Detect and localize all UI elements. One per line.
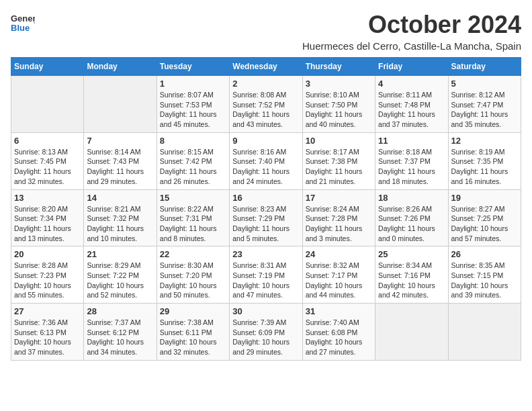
day-info: Sunrise: 8:27 AM Sunset: 7:25 PM Dayligh… bbox=[451, 204, 518, 244]
day-number: 9 bbox=[232, 136, 299, 146]
calendar-cell: 28Sunrise: 7:37 AM Sunset: 6:12 PM Dayli… bbox=[84, 304, 157, 361]
calendar-cell: 31Sunrise: 7:40 AM Sunset: 6:08 PM Dayli… bbox=[302, 304, 375, 361]
day-info: Sunrise: 8:26 AM Sunset: 7:26 PM Dayligh… bbox=[378, 204, 445, 244]
day-number: 4 bbox=[378, 79, 445, 89]
calendar-cell bbox=[375, 304, 448, 361]
calendar-cell: 5Sunrise: 8:12 AM Sunset: 7:47 PM Daylig… bbox=[448, 76, 521, 133]
day-number: 21 bbox=[87, 249, 153, 259]
day-number: 30 bbox=[232, 306, 299, 316]
weekday-header-cell: Friday bbox=[375, 58, 448, 76]
weekday-header-cell: Saturday bbox=[448, 58, 521, 76]
day-info: Sunrise: 8:35 AM Sunset: 7:15 PM Dayligh… bbox=[451, 261, 518, 300]
day-number: 2 bbox=[232, 79, 299, 89]
calendar-cell: 6Sunrise: 8:13 AM Sunset: 7:45 PM Daylig… bbox=[11, 132, 84, 189]
weekday-header-cell: Monday bbox=[84, 58, 157, 76]
day-number: 8 bbox=[160, 136, 226, 146]
calendar-cell: 19Sunrise: 8:27 AM Sunset: 7:25 PM Dayli… bbox=[448, 189, 521, 246]
day-info: Sunrise: 8:20 AM Sunset: 7:34 PM Dayligh… bbox=[14, 204, 81, 244]
calendar-week-row: 27Sunrise: 7:36 AM Sunset: 6:13 PM Dayli… bbox=[11, 304, 521, 361]
day-number: 1 bbox=[160, 79, 226, 89]
day-info: Sunrise: 8:17 AM Sunset: 7:38 PM Dayligh… bbox=[306, 147, 372, 187]
calendar-cell: 3Sunrise: 8:10 AM Sunset: 7:50 PM Daylig… bbox=[302, 76, 375, 133]
weekday-header-row: SundayMondayTuesdayWednesdayThursdayFrid… bbox=[11, 58, 521, 76]
calendar-cell: 18Sunrise: 8:26 AM Sunset: 7:26 PM Dayli… bbox=[375, 189, 448, 246]
day-info: Sunrise: 8:32 AM Sunset: 7:17 PM Dayligh… bbox=[306, 261, 372, 300]
day-info: Sunrise: 8:12 AM Sunset: 7:47 PM Dayligh… bbox=[451, 90, 518, 130]
day-number: 14 bbox=[87, 193, 153, 203]
calendar-week-row: 6Sunrise: 8:13 AM Sunset: 7:45 PM Daylig… bbox=[11, 132, 521, 189]
weekday-header-cell: Thursday bbox=[302, 58, 375, 76]
day-number: 25 bbox=[378, 249, 445, 259]
day-info: Sunrise: 8:08 AM Sunset: 7:52 PM Dayligh… bbox=[232, 90, 299, 130]
day-info: Sunrise: 8:11 AM Sunset: 7:48 PM Dayligh… bbox=[378, 90, 445, 130]
day-info: Sunrise: 8:13 AM Sunset: 7:45 PM Dayligh… bbox=[14, 147, 81, 187]
calendar-week-row: 20Sunrise: 8:28 AM Sunset: 7:23 PM Dayli… bbox=[11, 246, 521, 304]
day-number: 20 bbox=[14, 249, 81, 259]
calendar-cell: 29Sunrise: 7:38 AM Sunset: 6:11 PM Dayli… bbox=[157, 304, 229, 361]
calendar-cell: 22Sunrise: 8:30 AM Sunset: 7:20 PM Dayli… bbox=[157, 246, 229, 304]
day-number: 18 bbox=[378, 193, 445, 203]
calendar-cell: 20Sunrise: 8:28 AM Sunset: 7:23 PM Dayli… bbox=[11, 246, 84, 304]
day-info: Sunrise: 7:37 AM Sunset: 6:12 PM Dayligh… bbox=[87, 318, 153, 357]
calendar-cell: 1Sunrise: 8:07 AM Sunset: 7:53 PM Daylig… bbox=[157, 76, 229, 133]
calendar-cell: 12Sunrise: 8:19 AM Sunset: 7:35 PM Dayli… bbox=[448, 132, 521, 189]
day-info: Sunrise: 8:29 AM Sunset: 7:22 PM Dayligh… bbox=[87, 261, 153, 300]
day-info: Sunrise: 8:07 AM Sunset: 7:53 PM Dayligh… bbox=[160, 90, 226, 130]
day-number: 19 bbox=[451, 193, 518, 203]
day-info: Sunrise: 7:40 AM Sunset: 6:08 PM Dayligh… bbox=[306, 318, 372, 357]
calendar-cell bbox=[84, 76, 157, 133]
day-info: Sunrise: 7:38 AM Sunset: 6:11 PM Dayligh… bbox=[160, 318, 226, 357]
svg-text:Blue: Blue bbox=[11, 23, 30, 33]
calendar-cell: 25Sunrise: 8:34 AM Sunset: 7:16 PM Dayli… bbox=[375, 246, 448, 304]
day-info: Sunrise: 8:16 AM Sunset: 7:40 PM Dayligh… bbox=[232, 147, 299, 187]
day-info: Sunrise: 8:30 AM Sunset: 7:20 PM Dayligh… bbox=[160, 261, 226, 300]
calendar-cell: 26Sunrise: 8:35 AM Sunset: 7:15 PM Dayli… bbox=[448, 246, 521, 304]
day-number: 13 bbox=[14, 193, 81, 203]
weekday-header-cell: Tuesday bbox=[157, 58, 229, 76]
day-number: 29 bbox=[160, 306, 226, 316]
day-info: Sunrise: 8:24 AM Sunset: 7:28 PM Dayligh… bbox=[306, 204, 372, 244]
calendar-cell bbox=[448, 304, 521, 361]
day-number: 28 bbox=[87, 306, 153, 316]
day-info: Sunrise: 8:10 AM Sunset: 7:50 PM Dayligh… bbox=[306, 90, 372, 130]
calendar-cell: 16Sunrise: 8:23 AM Sunset: 7:29 PM Dayli… bbox=[230, 189, 302, 246]
day-number: 24 bbox=[306, 249, 372, 259]
logo: General Blue bbox=[11, 11, 38, 38]
day-info: Sunrise: 7:39 AM Sunset: 6:09 PM Dayligh… bbox=[232, 318, 299, 357]
weekday-header-cell: Wednesday bbox=[230, 58, 302, 76]
calendar-cell: 4Sunrise: 8:11 AM Sunset: 7:48 PM Daylig… bbox=[375, 76, 448, 133]
day-info: Sunrise: 8:15 AM Sunset: 7:42 PM Dayligh… bbox=[160, 147, 226, 187]
page-header: General Blue October 2024 Huermeces del … bbox=[11, 11, 521, 52]
calendar-cell: 30Sunrise: 7:39 AM Sunset: 6:09 PM Dayli… bbox=[230, 304, 302, 361]
calendar-cell bbox=[11, 76, 84, 133]
calendar-cell: 15Sunrise: 8:22 AM Sunset: 7:31 PM Dayli… bbox=[157, 189, 229, 246]
calendar-cell: 13Sunrise: 8:20 AM Sunset: 7:34 PM Dayli… bbox=[11, 189, 84, 246]
day-info: Sunrise: 8:31 AM Sunset: 7:19 PM Dayligh… bbox=[232, 261, 299, 300]
day-info: Sunrise: 8:28 AM Sunset: 7:23 PM Dayligh… bbox=[14, 261, 81, 300]
day-info: Sunrise: 8:19 AM Sunset: 7:35 PM Dayligh… bbox=[451, 147, 518, 187]
calendar-body: 1Sunrise: 8:07 AM Sunset: 7:53 PM Daylig… bbox=[11, 76, 521, 361]
calendar-cell: 27Sunrise: 7:36 AM Sunset: 6:13 PM Dayli… bbox=[11, 304, 84, 361]
day-number: 23 bbox=[232, 249, 299, 259]
day-number: 27 bbox=[14, 306, 81, 316]
day-info: Sunrise: 8:34 AM Sunset: 7:16 PM Dayligh… bbox=[378, 261, 445, 300]
day-info: Sunrise: 8:14 AM Sunset: 7:43 PM Dayligh… bbox=[87, 147, 153, 187]
day-number: 26 bbox=[451, 249, 518, 259]
day-info: Sunrise: 8:21 AM Sunset: 7:32 PM Dayligh… bbox=[87, 204, 153, 244]
day-number: 5 bbox=[451, 79, 518, 89]
day-info: Sunrise: 7:36 AM Sunset: 6:13 PM Dayligh… bbox=[14, 318, 81, 357]
day-number: 15 bbox=[160, 193, 226, 203]
calendar-cell: 8Sunrise: 8:15 AM Sunset: 7:42 PM Daylig… bbox=[157, 132, 229, 189]
calendar-week-row: 1Sunrise: 8:07 AM Sunset: 7:53 PM Daylig… bbox=[11, 76, 521, 133]
day-info: Sunrise: 8:23 AM Sunset: 7:29 PM Dayligh… bbox=[232, 204, 299, 244]
calendar-cell: 24Sunrise: 8:32 AM Sunset: 7:17 PM Dayli… bbox=[302, 246, 375, 304]
day-number: 7 bbox=[87, 136, 153, 146]
calendar-week-row: 13Sunrise: 8:20 AM Sunset: 7:34 PM Dayli… bbox=[11, 189, 521, 246]
calendar-cell: 11Sunrise: 8:18 AM Sunset: 7:37 PM Dayli… bbox=[375, 132, 448, 189]
day-info: Sunrise: 8:22 AM Sunset: 7:31 PM Dayligh… bbox=[160, 204, 226, 244]
day-number: 6 bbox=[14, 136, 81, 146]
logo-icon: General Blue bbox=[11, 11, 35, 35]
day-number: 17 bbox=[306, 193, 372, 203]
svg-text:General: General bbox=[11, 13, 35, 24]
day-number: 16 bbox=[232, 193, 299, 203]
